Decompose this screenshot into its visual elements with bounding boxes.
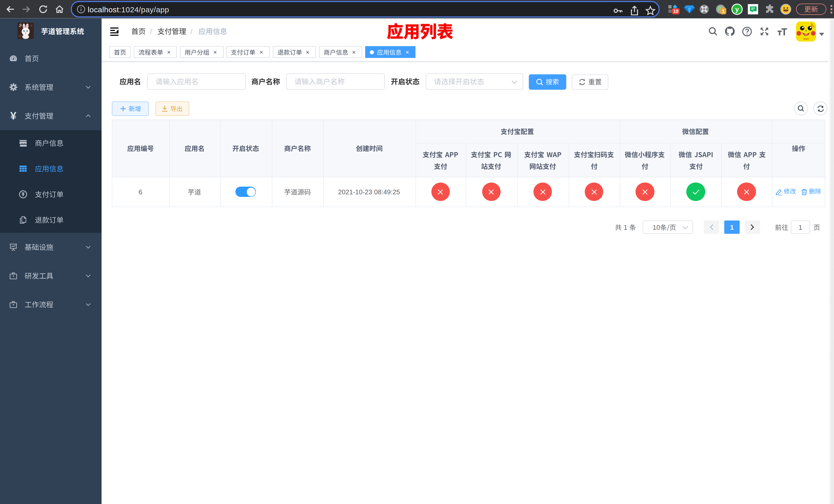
svg-text:y: y <box>735 5 739 13</box>
